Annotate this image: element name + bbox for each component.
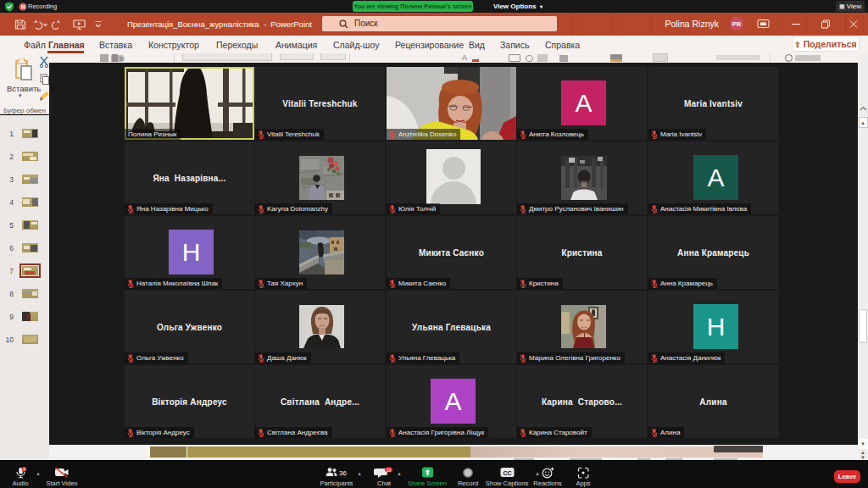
svg-text:19: 19 bbox=[387, 469, 392, 473]
svg-text:CC: CC bbox=[503, 470, 511, 476]
svg-text:36: 36 bbox=[339, 469, 347, 477]
